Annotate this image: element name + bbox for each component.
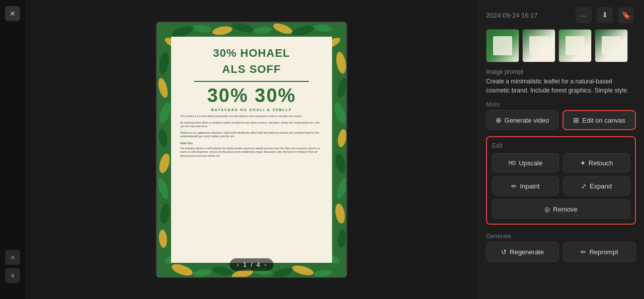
reprompt-label: Reprompt — [589, 248, 618, 256]
image-container: 30% HOHAEL ALS SOFF 30% 30% BATACEAS HU … — [156, 22, 347, 278]
left-sidebar: ✕ ∧ ∨ — [0, 0, 25, 299]
svg-point-24 — [335, 51, 347, 74]
edit-on-canvas-button[interactable]: ⊞ Edit on canvas — [562, 110, 636, 130]
close-button[interactable]: ✕ — [5, 6, 20, 21]
nav-up-button[interactable]: ∧ — [5, 250, 20, 265]
pagination: ‹ 1 / 4 › — [230, 258, 274, 271]
svg-point-26 — [332, 101, 347, 125]
chevron-up-icon: ∧ — [11, 254, 15, 261]
upscale-label: Upscale — [519, 159, 542, 167]
next-page-button[interactable]: › — [264, 261, 266, 268]
leaflet-divider — [194, 81, 308, 82]
more-section-label: More — [486, 101, 636, 108]
edit-section-label: Edit — [492, 142, 630, 149]
reprompt-icon: ✏ — [581, 248, 586, 256]
page-separator: / — [251, 261, 253, 268]
leaflet-title-line1: 30% HOHAEL — [213, 47, 290, 60]
video-icon: ⊕ — [496, 116, 502, 124]
svg-point-16 — [157, 51, 170, 74]
svg-point-5 — [272, 23, 293, 36]
page-current: 1 — [243, 261, 247, 268]
svg-point-2 — [212, 25, 233, 36]
leaflet-body-bold: Vink Oru — [180, 141, 323, 146]
leaflet-body-p1: This content is a Canva default placehol… — [180, 115, 323, 119]
thumb-2-content — [529, 36, 548, 55]
inpaint-button[interactable]: ✏ Inpaint — [492, 176, 559, 195]
svg-point-17 — [157, 77, 170, 98]
svg-point-31 — [337, 229, 347, 248]
nav-down-button[interactable]: ∨ — [5, 268, 20, 283]
image-preview: 30% HOHAEL ALS SOFF 30% 30% BATACEAS HU … — [156, 22, 347, 278]
page-total: 4 — [257, 261, 260, 268]
generate-video-button[interactable]: ⊕ Generate video — [486, 110, 558, 130]
svg-point-21 — [157, 176, 171, 200]
svg-point-28 — [334, 152, 347, 174]
svg-point-30 — [334, 203, 347, 224]
leaflet-inner: 30% HOHAEL ALS SOFF 30% 30% BATACEAS HU … — [171, 37, 332, 263]
svg-point-27 — [337, 128, 347, 147]
svg-point-29 — [335, 176, 347, 200]
bookmark-button[interactable]: 🔖 — [618, 7, 634, 23]
retouch-button[interactable]: ✦ Retouch — [563, 153, 630, 172]
svg-point-20 — [157, 152, 172, 174]
expand-icon: ⤢ — [581, 182, 587, 190]
thumbnail-3-inner — [559, 30, 591, 62]
thumbnail-2[interactable] — [522, 29, 555, 62]
edit-grid: HD Upscale ✦ Retouch ✏ Inpaint ⤢ Expand … — [492, 153, 630, 219]
thumbnail-3[interactable] — [558, 29, 592, 62]
close-icon: ✕ — [10, 10, 16, 18]
svg-point-9 — [193, 267, 212, 277]
thumbnail-4-inner — [595, 30, 627, 62]
chevron-down-icon: ∨ — [11, 272, 15, 279]
remove-button[interactable]: ◎ Remove — [492, 200, 630, 219]
svg-point-1 — [193, 23, 212, 33]
prev-page-button[interactable]: ‹ — [237, 261, 239, 268]
svg-point-19 — [157, 128, 169, 147]
svg-point-14 — [291, 263, 315, 277]
expand-button[interactable]: ⤢ Expand — [563, 176, 630, 195]
download-button[interactable]: ⬇ — [597, 7, 613, 23]
regenerate-button[interactable]: ↺ Regenerate — [486, 242, 559, 262]
retouch-icon: ✦ — [580, 159, 586, 167]
inpaint-icon: ✏ — [511, 182, 517, 190]
generate-buttons: ↺ Regenerate ✏ Reprompt — [486, 242, 636, 262]
regenerate-icon: ↺ — [501, 248, 507, 256]
thumb-4-content — [602, 36, 621, 55]
thumbnail-4[interactable] — [595, 29, 628, 62]
generate-section-label: Generate — [486, 233, 636, 240]
expand-label: Expand — [590, 182, 612, 190]
svg-point-13 — [272, 265, 293, 277]
top-toolbar: 2024-09-24 16:17 ··· ⬇ 🔖 — [486, 7, 636, 23]
edit-on-canvas-label: Edit on canvas — [582, 117, 625, 124]
image-prompt-section: Image prompt Create a minimalistic leafl… — [486, 68, 636, 95]
nav-buttons: ∧ ∨ — [5, 250, 20, 283]
svg-point-4 — [253, 26, 272, 34]
svg-point-22 — [159, 203, 172, 224]
inpaint-label: Inpaint — [520, 182, 539, 190]
more-options-button[interactable]: ··· — [576, 7, 592, 23]
leaflet-body-p3: Nlaelsist tar as agblebotsre wobletser: … — [180, 131, 323, 139]
thumbnail-2-inner — [523, 30, 555, 62]
leaflet-body: This content is a Canva default placehol… — [180, 115, 323, 160]
edit-section: Edit HD Upscale ✦ Retouch ✏ Inpaint ⤢ Ex… — [486, 136, 636, 225]
svg-point-8 — [170, 262, 194, 278]
download-icon: ⬇ — [602, 11, 608, 20]
thumbnail-1[interactable] — [486, 29, 519, 62]
timestamp: 2024-09-24 16:17 — [486, 12, 538, 19]
thumbnail-1-inner — [487, 30, 519, 62]
thumbnails-row — [486, 29, 636, 62]
remove-label: Remove — [553, 206, 577, 213]
leaflet-percent: 30% 30% — [207, 85, 296, 107]
reprompt-button[interactable]: ✏ Reprompt — [563, 242, 636, 262]
more-icon: ··· — [581, 11, 587, 20]
generate-video-label: Generate video — [505, 117, 549, 124]
svg-point-15 — [313, 268, 333, 277]
bookmark-icon: 🔖 — [621, 11, 631, 20]
canvas-icon: ⊞ — [573, 116, 579, 124]
more-section: More ⊕ Generate video ⊞ Edit on canvas — [486, 101, 636, 130]
upscale-button[interactable]: HD Upscale — [492, 153, 559, 172]
svg-point-7 — [313, 23, 333, 33]
svg-point-23 — [158, 229, 168, 248]
prompt-label: Image prompt — [486, 68, 636, 75]
thumb-3-content — [566, 36, 585, 55]
